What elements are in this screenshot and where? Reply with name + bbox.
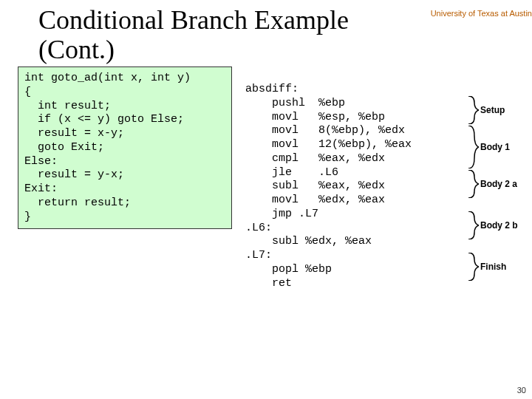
brace-icon <box>467 253 479 281</box>
title-line-2: (Cont.) <box>38 35 115 64</box>
label-body2b: Body 2 b <box>479 220 518 231</box>
university-header: University of Texas at Austin <box>431 9 532 18</box>
label-finish: Finish <box>479 262 506 272</box>
label-finish-row: Finish <box>467 253 526 281</box>
brace-icon <box>467 170 479 198</box>
label-body2a-row: Body 2 a <box>467 170 526 198</box>
c-code-box: int goto_ad(int x, int y) { int result; … <box>18 66 232 229</box>
label-body1-row: Body 1 <box>467 126 526 168</box>
slide-title: Conditional Branch Example (Cont.) <box>38 6 349 64</box>
label-setup: Setup <box>479 105 505 115</box>
brace-icon <box>467 211 479 239</box>
page-number: 30 <box>517 386 526 395</box>
section-labels: Setup Body 1 Body 2 a Body 2 b Finish <box>467 83 526 282</box>
c-code-text: int goto_ad(int x, int y) { int result; … <box>24 72 191 223</box>
brace-icon <box>467 96 479 124</box>
label-body2a: Body 2 a <box>479 179 517 189</box>
assembly-code-text: absdiff: pushl %ebp movl %esp, %ebp movl… <box>245 83 412 290</box>
slide: University of Texas at Austin Conditiona… <box>0 0 532 399</box>
label-body2b-row: Body 2 b <box>467 211 526 239</box>
title-line-1: Conditional Branch Example <box>38 5 349 35</box>
assembly-code-box: absdiff: pushl %ebp movl %esp, %ebp movl… <box>245 83 460 290</box>
label-setup-row: Setup <box>467 96 526 124</box>
brace-icon <box>467 126 479 168</box>
label-body1: Body 1 <box>479 142 510 152</box>
